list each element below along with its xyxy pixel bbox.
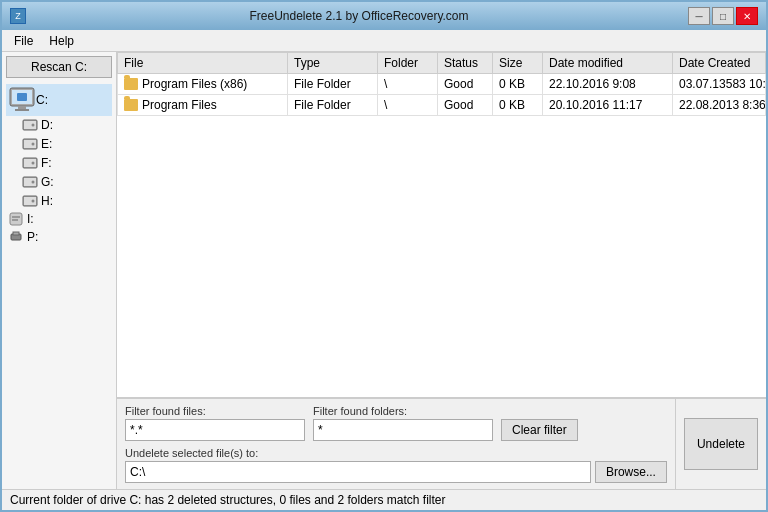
drive-h[interactable]: H: [20,192,112,210]
col-header-file[interactable]: File [118,53,288,74]
cell-datecreated: 22.08.2013 8:36 [673,95,766,116]
undelete-button[interactable]: Undelete [684,418,758,470]
drive-f-label: F: [41,156,52,170]
drive-d[interactable]: D: [20,116,112,134]
file-table-container[interactable]: File Type Folder Status Size Date modifi… [117,52,766,398]
svg-rect-4 [17,93,27,101]
col-header-status[interactable]: Status [438,53,493,74]
clear-filter-button[interactable]: Clear filter [501,419,578,441]
svg-rect-24 [13,232,19,235]
filter-folders-label: Filter found folders: [313,405,493,417]
menu-bar: File Help [2,30,766,52]
cell-size: 0 KB [493,74,543,95]
filter-files-input[interactable] [125,419,305,441]
cell-folder: \ [378,95,438,116]
file-table: File Type Folder Status Size Date modifi… [117,52,766,116]
drive-g-label: G: [41,175,54,189]
drive-h-label: H: [41,194,53,208]
cell-status: Good [438,95,493,116]
undelete-row: Undelete selected file(s) to: Browse... [125,447,667,483]
menu-help[interactable]: Help [41,32,82,50]
svg-rect-2 [18,106,26,109]
cell-datecreated: 03.07.13583 10:... [673,74,766,95]
filter-folders-group: Filter found folders: [313,405,493,441]
drive-p[interactable]: P: [6,228,112,246]
cell-type: File Folder [288,74,378,95]
col-header-datecreated[interactable]: Date Created [673,53,766,74]
drive-e-icon [22,136,38,152]
drive-p-label: P: [27,230,38,244]
col-header-type[interactable]: Type [288,53,378,74]
drive-i-label: I: [27,212,34,226]
window-controls: ─ □ ✕ [688,7,758,25]
status-bar: Current folder of drive C: has 2 deleted… [2,489,766,510]
path-row: Browse... [125,461,667,483]
cell-status: Good [438,74,493,95]
filter-folders-input[interactable] [313,419,493,441]
filter-row: Filter found files: Filter found folders… [125,405,667,441]
app-icon: Z [10,8,26,24]
drive-h-icon [22,193,38,209]
drive-c-label: C: [36,93,48,107]
table-row[interactable]: Program Files File Folder \ Good 0 KB 20… [118,95,766,116]
drive-f-icon [22,155,38,171]
cell-file: Program Files (x86) [118,74,288,95]
col-header-folder[interactable]: Folder [378,53,438,74]
sidebar: Rescan C: C: [2,52,117,489]
maximize-button[interactable]: □ [712,7,734,25]
browse-button[interactable]: Browse... [595,461,667,483]
folder-icon [124,78,138,90]
main-window: Z FreeUndelete 2.1 by OfficeRecovery.com… [0,0,768,512]
undelete-group: Undelete selected file(s) to: Browse... [125,447,667,483]
svg-point-16 [32,181,35,184]
cell-folder: \ [378,74,438,95]
cell-datemod: 22.10.2016 9:08 [543,74,673,95]
svg-point-10 [32,143,35,146]
drive-e[interactable]: E: [20,135,112,153]
drive-c[interactable]: C: [6,84,112,116]
right-panel: File Type Folder Status Size Date modifi… [117,52,766,489]
menu-file[interactable]: File [6,32,41,50]
drive-e-label: E: [41,137,52,151]
drive-p-icon [8,229,24,245]
rescan-button[interactable]: Rescan C: [6,56,112,78]
filter-files-group: Filter found files: [125,405,305,441]
filter-files-label: Filter found files: [125,405,305,417]
table-row[interactable]: Program Files (x86) File Folder \ Good 0… [118,74,766,95]
svg-rect-3 [15,109,29,111]
drive-i[interactable]: I: [6,210,112,228]
drive-i-icon [8,211,24,227]
col-header-datemod[interactable]: Date modified [543,53,673,74]
bottom-section: Filter found files: Filter found folders… [117,398,766,489]
drive-c-icon [8,86,36,114]
close-button[interactable]: ✕ [736,7,758,25]
cell-size: 0 KB [493,95,543,116]
undelete-label: Undelete selected file(s) to: [125,447,667,459]
minimize-button[interactable]: ─ [688,7,710,25]
svg-point-7 [32,124,35,127]
svg-point-13 [32,162,35,165]
svg-point-19 [32,200,35,203]
status-text: Current folder of drive C: has 2 deleted… [10,493,446,507]
bottom-right: Undelete [675,399,766,489]
drive-d-label: D: [41,118,53,132]
drive-d-icon [22,117,38,133]
drive-tree: C: D: [6,84,112,246]
cell-file: Program Files [118,95,288,116]
folder-icon [124,99,138,111]
bottom-left: Filter found files: Filter found folders… [117,399,675,489]
undelete-path-input[interactable] [125,461,591,483]
drive-g[interactable]: G: [20,173,112,191]
drive-g-icon [22,174,38,190]
cell-datemod: 20.10.2016 11:17 [543,95,673,116]
window-title: FreeUndelete 2.1 by OfficeRecovery.com [30,9,688,23]
cell-type: File Folder [288,95,378,116]
drive-f[interactable]: F: [20,154,112,172]
svg-rect-22 [12,219,18,221]
title-bar: Z FreeUndelete 2.1 by OfficeRecovery.com… [2,2,766,30]
main-area: Rescan C: C: [2,52,766,489]
col-header-size[interactable]: Size [493,53,543,74]
svg-rect-21 [12,216,20,218]
